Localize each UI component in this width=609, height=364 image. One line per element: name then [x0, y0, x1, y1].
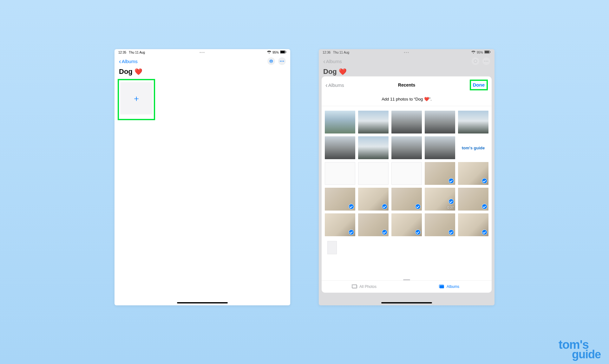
ipad-right: 12:36 Thu 11 Aug ••• 95% ‹ Albums — [319, 49, 494, 305]
selected-checkmark-icon — [449, 230, 454, 235]
back-to-albums[interactable]: ‹ Albums — [119, 58, 138, 64]
battery-icon — [280, 50, 286, 54]
add-photo-tile[interactable]: ＋ — [120, 82, 153, 114]
back-label: Albums — [326, 59, 342, 64]
status-bar: 12:36 Thu 11 Aug ••• 95% — [319, 49, 494, 55]
album-title-text: Dog — [119, 68, 133, 76]
selected-checkmark-icon — [382, 204, 387, 209]
done-button[interactable]: Done — [473, 82, 485, 88]
photo-thumb[interactable] — [358, 136, 389, 159]
picker-subtitle: Add 11 photos to “Dog ❤️”. — [322, 91, 492, 106]
photo-thumb[interactable] — [425, 213, 455, 236]
photo-thumb[interactable] — [391, 188, 422, 211]
photo-picker-sheet: ‹ Albums Recents Done Add 11 photos to “… — [322, 76, 492, 293]
photo-thumb[interactable] — [458, 111, 488, 133]
photo-thumb[interactable] — [325, 136, 355, 159]
shared-library-icon-dimmed — [472, 57, 479, 65]
selected-checkmark-icon — [482, 178, 487, 184]
battery-percent: 95% — [477, 51, 483, 54]
nav-row-dimmed: ‹ Albums — [319, 55, 494, 67]
picker-nav: ‹ Albums Recents Done — [322, 76, 492, 91]
svg-rect-2 — [286, 51, 286, 53]
back-to-albums-dimmed: ‹ Albums — [323, 58, 342, 64]
heart-icon: ❤️ — [134, 68, 142, 75]
selected-checkmark-icon — [449, 178, 454, 184]
shared-library-icon[interactable] — [267, 57, 275, 65]
more-menu-icon[interactable] — [278, 57, 286, 65]
tab-all-photos-label: All Photos — [359, 284, 377, 289]
photo-thumb[interactable] — [358, 111, 389, 133]
selected-checkmark-icon — [449, 199, 454, 204]
svg-point-5 — [272, 61, 272, 61]
photo-thumb[interactable] — [358, 162, 389, 185]
battery-percent: 95% — [272, 51, 279, 54]
photo-thumb[interactable]: 0:37 — [425, 188, 455, 211]
home-indicator[interactable] — [381, 302, 432, 303]
photo-grid[interactable]: tom's guide0:37 — [322, 106, 492, 277]
photo-thumb[interactable] — [325, 239, 355, 262]
back-label: Albums — [122, 59, 138, 64]
photo-thumb[interactable] — [325, 213, 355, 236]
video-duration: 0:37 — [448, 206, 454, 209]
photo-thumb[interactable] — [391, 213, 422, 236]
tab-albums-label: Albums — [447, 284, 459, 289]
photo-thumb[interactable] — [391, 111, 422, 133]
tab-albums[interactable]: Albums — [407, 281, 492, 293]
chevron-left-icon: ‹ — [325, 82, 328, 88]
photo-thumb[interactable] — [391, 162, 422, 185]
chevron-left-icon: ‹ — [323, 58, 325, 64]
svg-point-8 — [283, 61, 284, 62]
selected-checkmark-icon — [415, 204, 421, 209]
photo-thumb[interactable] — [358, 188, 389, 211]
nav-row: ‹ Albums — [115, 55, 290, 67]
plus-icon: ＋ — [132, 93, 141, 104]
picker-back[interactable]: ‹ Albums — [325, 82, 344, 88]
photo-thumb[interactable] — [325, 188, 355, 211]
date: Thu 11 Aug — [333, 51, 349, 54]
picker-back-label: Albums — [328, 82, 344, 88]
svg-point-4 — [270, 61, 271, 61]
svg-point-15 — [488, 61, 488, 62]
ipad-left: 12:35 Thu 11 Aug ••• 95% ‹ Albums — [115, 49, 290, 305]
chevron-left-icon: ‹ — [119, 58, 121, 64]
multitasking-ellipsis-icon[interactable]: ••• — [404, 50, 409, 54]
clock: 12:35 — [118, 51, 126, 54]
photo-thumb[interactable] — [458, 162, 488, 185]
photo-thumb[interactable] — [425, 136, 455, 159]
heart-icon: ❤️ — [339, 68, 347, 75]
selected-checkmark-icon — [349, 230, 354, 235]
multitasking-ellipsis-icon[interactable]: ••• — [200, 50, 205, 54]
photo-thumb[interactable] — [458, 213, 488, 236]
picker-tabs: All Photos Albums — [322, 280, 492, 293]
more-menu-icon-dimmed — [482, 57, 490, 65]
photo-thumb[interactable] — [425, 111, 455, 133]
svg-point-12 — [474, 60, 477, 62]
date: Thu 11 Aug — [129, 51, 145, 54]
wifi-icon — [267, 50, 271, 54]
highlight-add-photo: ＋ — [118, 79, 155, 120]
tab-all-photos[interactable]: All Photos — [322, 281, 407, 293]
selected-checkmark-icon — [482, 230, 487, 235]
svg-rect-10 — [485, 51, 489, 53]
tomsguide-watermark: tom'sguide — [559, 340, 601, 360]
svg-rect-1 — [280, 51, 285, 53]
photo-thumb[interactable] — [458, 188, 488, 211]
photo-thumb[interactable] — [325, 162, 355, 185]
photo-thumb[interactable] — [358, 213, 389, 236]
svg-rect-11 — [490, 51, 491, 53]
selected-checkmark-icon — [482, 204, 487, 209]
album-title-text: Dog — [323, 68, 337, 76]
home-indicator[interactable] — [177, 302, 228, 303]
photo-thumb[interactable] — [425, 162, 455, 185]
svg-point-13 — [484, 61, 485, 62]
all-photos-icon — [352, 284, 357, 289]
status-bar: 12:35 Thu 11 Aug ••• 95% — [115, 49, 290, 55]
photo-thumb[interactable]: tom's guide — [458, 136, 488, 159]
highlight-done: Done — [470, 80, 488, 90]
clock: 12:36 — [323, 51, 331, 54]
selected-checkmark-icon — [382, 230, 387, 235]
svg-point-6 — [280, 61, 281, 62]
photo-thumb[interactable] — [325, 111, 355, 133]
battery-icon — [484, 50, 491, 54]
photo-thumb[interactable] — [391, 136, 422, 159]
